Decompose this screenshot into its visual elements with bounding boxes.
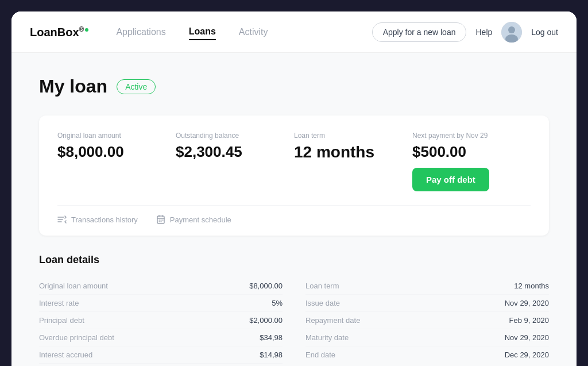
svg-point-1 — [508, 26, 515, 33]
detail-label: Original loan amount — [39, 282, 108, 290]
detail-value: Feb 9, 2020 — [509, 316, 549, 325]
detail-value: $2,000.00 — [249, 316, 283, 325]
nav-item-applications[interactable]: Applications — [116, 25, 165, 40]
detail-row: Interest accrued$14,98 — [39, 346, 283, 364]
detail-value: Nov 29, 2020 — [505, 299, 549, 307]
logo-text: LoanBox — [30, 25, 79, 38]
metric-outstanding-balance: Outstanding balance $2,300.45 — [176, 132, 294, 191]
apply-new-loan-button[interactable]: Apply for a new loan — [372, 22, 467, 42]
logo: LoanBox® — [30, 25, 88, 39]
help-link[interactable]: Help — [475, 28, 492, 37]
detail-row: Loan term12 months — [305, 278, 549, 295]
detail-row: Issue dateNov 29, 2020 — [305, 295, 549, 312]
detail-label: Interest accrued — [39, 350, 92, 359]
original-loan-label: Original loan amount — [57, 132, 176, 140]
detail-label: Maturity date — [305, 333, 349, 342]
detail-value: $34,98 — [260, 333, 283, 342]
header: LoanBox® Applications Loans Activity App… — [11, 11, 577, 53]
detail-row: Interest rate5% — [39, 295, 283, 312]
detail-label: End date — [305, 350, 335, 359]
outstanding-balance-value: $2,300.45 — [176, 143, 294, 161]
metric-loan-term: Loan term 12 months — [294, 132, 412, 191]
logo-dot — [85, 28, 88, 32]
summary-links: Transactions history Payment schedule — [57, 205, 531, 224]
detail-row: End dateDec 29, 2020 — [305, 346, 549, 363]
main-nav: Applications Loans Activity — [116, 24, 372, 40]
detail-label: Interest rate — [39, 299, 79, 307]
main-content: My loan Active Original loan amount $8,0… — [11, 53, 577, 366]
transactions-icon — [57, 215, 67, 224]
details-grid: Original loan amount$8,000.00Interest ra… — [39, 278, 549, 366]
status-badge: Active — [117, 79, 156, 94]
details-right-col: Loan term12 monthsIssue dateNov 29, 2020… — [305, 278, 549, 366]
payment-schedule-label: Payment schedule — [170, 215, 231, 224]
page-title-row: My loan Active — [39, 76, 549, 97]
metric-next-payment: Next payment by Nov 29 $500.00 Pay off d… — [412, 132, 531, 191]
detail-value: Dec 29, 2020 — [505, 350, 549, 359]
detail-label: Overdue principal debt — [39, 333, 114, 342]
original-loan-value: $8,000.00 — [57, 143, 176, 161]
detail-value: 5% — [272, 299, 283, 307]
detail-row: Original loan amount$8,000.00 — [39, 278, 283, 295]
nav-item-loans[interactable]: Loans — [189, 24, 216, 40]
details-left-col: Original loan amount$8,000.00Interest ra… — [39, 278, 283, 366]
schedule-icon — [156, 215, 165, 224]
detail-value: Nov 29, 2020 — [505, 333, 549, 342]
detail-label: Principal debt — [39, 316, 84, 325]
summary-card: Original loan amount $8,000.00 Outstandi… — [39, 115, 549, 236]
logout-link[interactable]: Log out — [531, 28, 558, 37]
loan-details-title: Loan details — [39, 254, 549, 266]
detail-value: $14,98 — [260, 350, 283, 359]
payment-schedule-link[interactable]: Payment schedule — [156, 215, 231, 224]
transactions-label: Transactions history — [71, 215, 138, 224]
detail-row: Overdue principal debt$34,98 — [39, 329, 283, 346]
detail-value: 12 months — [514, 282, 549, 290]
detail-label: Loan term — [305, 282, 339, 290]
detail-value: $8,000.00 — [249, 282, 283, 290]
outstanding-balance-label: Outstanding balance — [176, 132, 294, 140]
next-payment-label: Next payment by Nov 29 — [412, 132, 531, 140]
loan-details-section: Loan details Original loan amount$8,000.… — [39, 254, 549, 366]
header-actions: Apply for a new loan Help Log out — [372, 22, 558, 43]
detail-row: Overdue interest$14,98 — [39, 364, 283, 366]
pay-off-debt-button[interactable]: Pay off debt — [412, 168, 489, 191]
detail-row: Maturity dateNov 29, 2020 — [305, 329, 549, 346]
avatar — [501, 22, 522, 43]
nav-item-activity[interactable]: Activity — [239, 25, 268, 40]
detail-label: Repayment date — [305, 316, 360, 325]
loan-term-label: Loan term — [294, 132, 412, 140]
page-title: My loan — [39, 76, 107, 97]
app-container: LoanBox® Applications Loans Activity App… — [11, 11, 577, 366]
detail-label: Issue date — [305, 299, 340, 307]
summary-metrics: Original loan amount $8,000.00 Outstandi… — [57, 132, 531, 191]
next-payment-value: $500.00 — [412, 143, 531, 161]
transactions-history-link[interactable]: Transactions history — [57, 215, 138, 224]
detail-row: Repayment dateFeb 9, 2020 — [305, 312, 549, 329]
metric-original-loan: Original loan amount $8,000.00 — [57, 132, 176, 191]
logo-trademark: ® — [79, 25, 84, 33]
loan-term-value: 12 months — [294, 143, 412, 161]
detail-row: Principal debt$2,000.00 — [39, 312, 283, 329]
